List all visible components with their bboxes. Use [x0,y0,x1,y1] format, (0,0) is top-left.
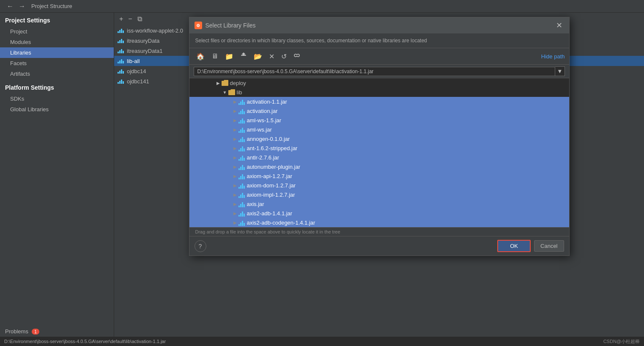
bottom-status-text: D:\Environment\jboss-server\jboss-4.0.5.… [4,339,166,344]
tree-item-name: ant-1.6.2-stripped.jar [247,145,569,151]
refresh-button[interactable]: ↺ [279,51,289,62]
sidebar-item-modules[interactable]: Modules [0,37,114,47]
forward-button[interactable]: → [16,2,28,11]
title-bar: ← → Project Structure [0,0,644,13]
sidebar: Project Settings Project Modules Librari… [0,13,114,337]
tree-files: ▶ activation-1.1.jar ▶ activation.jar ▶ … [189,97,569,227]
dialog-button-bar: ? OK Cancel [189,236,569,255]
tree-item-jar[interactable]: ▶ axiom-impl-1.2.7.jar [189,190,569,199]
tree-item-lib[interactable]: ▼ lib [189,88,569,97]
sidebar-item-sdks[interactable]: SDKs [0,93,114,104]
tree-item-name: aml-ws-1.5.jar [247,117,569,124]
expand-icon[interactable]: ▶ [232,98,238,105]
tree-item-name: lib [237,89,569,96]
jar-icon [238,210,245,217]
platform-settings-title: Platform Settings [0,79,114,93]
tree-item-jar[interactable]: ▶ axiom-api-1.2.7.jar [189,171,569,181]
main-layout: Project Settings Project Modules Librari… [0,13,644,337]
dialog-path-bar: ▼ [189,65,569,78]
expand-icon[interactable]: ▶ [232,135,238,142]
new-folder-button[interactable]: 📁 [222,51,236,62]
tree-item-name: axiom-api-1.2.7.jar [247,173,569,179]
watermark: CSDN@小杜超棒 [603,338,640,345]
jar-icon [238,219,245,226]
ok-button[interactable]: OK [497,240,531,252]
tree-item-name: deploy [230,80,569,86]
tree-item-name: axiom-impl-1.2.7.jar [247,192,569,198]
tree-item-name: annogen-0.1.0.jar [247,136,569,142]
jar-icon [238,107,245,114]
sidebar-item-libraries[interactable]: Libraries [0,47,114,58]
chain-button[interactable] [291,51,303,62]
tree-item-jar[interactable]: ▶ axis.jar [189,199,569,209]
expand-icon[interactable]: ▶ [232,182,238,189]
dialog-overlay: ⚙ Select Library Files ✕ Select files or… [114,13,644,337]
dialog-file-toolbar: 🏠 🖥 📁 📂 ✕ ↺ [189,48,569,65]
expand-icon[interactable]: ▶ [232,154,238,161]
expand-icon[interactable]: ▶ [232,145,238,151]
sidebar-item-global-libraries[interactable]: Global Libraries [0,104,114,115]
cancel-button[interactable]: Cancel [534,240,564,252]
path-input[interactable] [194,67,556,76]
tree-item-name: axis2-adb-codegen-1.4.1.jar [247,220,569,226]
sidebar-item-facets[interactable]: Facets [0,58,114,69]
problems-section[interactable]: Problems 1 [0,326,114,337]
home-button[interactable]: 🏠 [194,51,207,62]
bottom-status-bar: D:\Environment\jboss-server\jboss-4.0.5.… [0,337,644,346]
tree-item-name: antlr-2.7.6.jar [247,154,569,161]
expand-icon[interactable]: ▶ [232,191,238,198]
tree-item-jar[interactable]: ▶ autonumber-plugin.jar [189,162,569,171]
tree-item-name: activation-1.1.jar [247,99,569,105]
dialog-file-tree[interactable]: ▶ deploy ▼ [189,78,569,227]
expand-icon[interactable]: ▶ [232,117,238,124]
expand-icon[interactable]: ▶ [232,163,238,170]
expand-icon[interactable]: ▶ [215,80,222,86]
jar-icon [238,163,245,170]
help-button[interactable]: ? [195,240,206,252]
tree-item-jar[interactable]: ▶ axiom-dom-1.2.7.jar [189,181,569,190]
tree-item-jar[interactable]: ▶ aml-ws.jar [189,125,569,134]
tree-item-jar[interactable]: ▶ axis2-adb-codegen-1.4.1.jar [189,218,569,227]
new-folder2-button[interactable]: 📂 [251,51,265,62]
expand-icon[interactable]: ▶ [232,107,238,114]
desktop-button[interactable]: 🖥 [209,51,221,61]
jar-icon [238,126,245,133]
expand-icon[interactable]: ▶ [232,210,238,217]
dialog-close-button[interactable]: ✕ [554,21,564,30]
tree-item-name: axis2-adb-1.4.1.jar [247,210,569,217]
up-folder-button[interactable] [238,51,249,62]
tree-item-jar[interactable]: ▶ ant-1.6.2-stripped.jar [189,143,569,153]
back-button[interactable]: ← [4,2,16,11]
tree-item-name: activation.jar [247,108,569,114]
expand-icon[interactable]: ▶ [232,219,238,226]
tree-item-name: aml-ws.jar [247,126,569,133]
jar-icon [238,191,245,198]
dialog-status-bar: Drag and drop a file into the space abov… [189,227,569,236]
jar-icon [238,145,245,151]
tree-item-jar[interactable]: ▶ activation-1.1.jar [189,97,569,106]
expand-icon[interactable]: ▶ [232,126,238,133]
problems-badge: 1 [32,329,39,335]
expand-icon[interactable]: ▼ [222,89,228,96]
jar-icon [238,182,245,189]
expand-icon[interactable]: ▶ [232,173,238,179]
jar-icon [238,154,245,161]
expand-icon[interactable]: ▶ [232,200,238,207]
delete-button[interactable]: ✕ [266,51,277,62]
sidebar-item-artifacts[interactable]: Artifacts [0,69,114,79]
tree-item-jar[interactable]: ▶ activation.jar [189,106,569,115]
tree-item-jar[interactable]: ▶ aml-ws-1.5.jar [189,115,569,125]
hide-path-button[interactable]: Hide path [541,53,565,60]
sidebar-item-project[interactable]: Project [0,26,114,37]
tree-item-deploy[interactable]: ▶ deploy [189,78,569,88]
jar-icon [238,135,245,142]
jar-icon [238,200,245,207]
tree-item-jar[interactable]: ▶ axis2-adb-1.4.1.jar [189,209,569,218]
dialog-app-icon: ⚙ [195,22,202,29]
tree-item-jar[interactable]: ▶ antlr-2.7.6.jar [189,153,569,162]
path-dropdown-button[interactable]: ▼ [555,66,565,76]
jar-icon [238,98,245,105]
project-settings-title: Project Settings [0,13,114,26]
tree-item-name: axiom-dom-1.2.7.jar [247,182,569,189]
tree-item-jar[interactable]: ▶ annogen-0.1.0.jar [189,134,569,143]
